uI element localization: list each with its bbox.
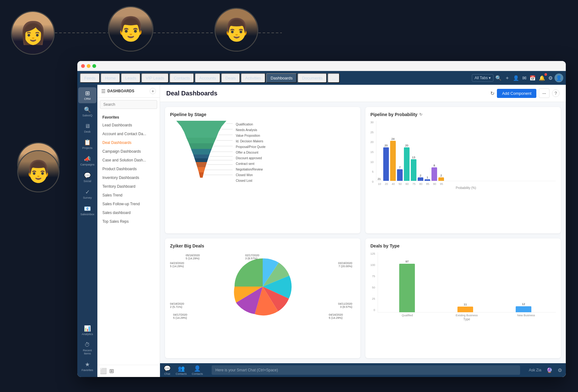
sidebar-item-salesinbox[interactable]: 📧 SalesInbox — [78, 203, 96, 219]
x-axis-label: Probability (%) — [376, 186, 556, 190]
sales-trend-item[interactable]: Sales Trend — [97, 191, 160, 200]
bar-85 — [425, 179, 430, 181]
lead-dashboards-item[interactable]: Lead Dashboards — [97, 121, 160, 130]
funnel-labels: Qualification Needs Analysis Value Propo… — [236, 121, 266, 183]
mail-icon-btn[interactable]: ✉ — [521, 74, 528, 82]
chat-icon: 💬 — [164, 365, 171, 372]
nav-item-accounts[interactable]: Accounts — [195, 73, 220, 83]
grid-view-icon[interactable]: ⊞ — [109, 368, 114, 374]
bar-90 — [431, 167, 437, 181]
sidebar-item-social[interactable]: 💬 Social — [78, 170, 96, 186]
sidebar-item-crm[interactable]: ⊞ CRM — [78, 87, 96, 103]
user-icon-btn[interactable]: 👤 — [512, 74, 520, 82]
bar-50 — [397, 169, 403, 181]
bg-avatar-5: 👨 — [17, 150, 59, 192]
nav-item-home[interactable]: Home — [101, 73, 120, 83]
sidebar-item-recent[interactable]: ⏱ Recent Items — [78, 339, 96, 358]
prob-refresh-icon[interactable]: ↻ — [419, 112, 422, 117]
app-window: Feeds Home Leads VIP Leads Contacts Acco… — [77, 61, 566, 377]
calendar-icon-btn[interactable]: 📅 — [528, 74, 537, 82]
traffic-light-yellow[interactable] — [87, 64, 90, 68]
traffic-light-green[interactable] — [92, 64, 96, 68]
funnel-label-8: Negotiation/Review — [236, 166, 266, 172]
campaigns-icon: 📣 — [84, 155, 91, 162]
settings-icon-btn[interactable]: ⚙ — [547, 74, 554, 82]
add-component-button[interactable]: Add Component — [497, 89, 536, 98]
sidebar-item-salesiq[interactable]: 🔍 SalesIQ — [78, 104, 96, 120]
dashboard-header: Deal Dashboards ↻ Add Component ··· ? — [160, 85, 566, 102]
analytics-label: Analytics — [82, 333, 93, 336]
funnel-label-10: Closed Lost — [236, 178, 266, 183]
all-tabs-button[interactable]: All Tabs ▾ — [472, 74, 493, 82]
nav-item-vip-leads[interactable]: VIP Leads — [141, 73, 169, 83]
funnel-label-5: Offer a Discount — [236, 150, 266, 155]
smart-chat-bar[interactable]: Here is your Smart Chat (Ctrl+Space) — [212, 365, 520, 375]
territory-dashboard-item[interactable]: Territory Dashboard — [97, 182, 160, 191]
zia-icon: 🔮 — [546, 367, 553, 373]
crm-icon: ⊞ — [85, 90, 90, 97]
sidebar-item-projects[interactable]: 📋 Projects — [78, 136, 96, 152]
survey-label: Survey — [83, 196, 92, 200]
nav-item-more[interactable]: ... — [328, 73, 340, 83]
sidebar-item-favorites[interactable]: ★ Favorites — [78, 359, 96, 374]
case-solution-item[interactable]: Case and Solution Dash... — [97, 156, 160, 165]
nav-item-activities[interactable]: Activities — [241, 73, 266, 83]
favorites-label: Favorites — [81, 369, 93, 372]
add-icon-btn[interactable]: ＋ — [503, 74, 511, 83]
nav-item-feeds[interactable]: Feeds — [80, 73, 100, 83]
favorites-icon: ★ — [85, 361, 90, 368]
more-options-button[interactable]: ··· — [539, 89, 550, 98]
help-button[interactable]: ? — [552, 89, 560, 97]
left-panel-header: ☰ DASHBOARDS + — [97, 85, 160, 98]
bg-avatar-2: 👨 — [108, 6, 153, 52]
funnel-label-1: Needs Analysis — [236, 127, 266, 133]
contacts-button[interactable]: 👥 Contacts — [176, 365, 187, 375]
product-dashboards-item[interactable]: Product Dashboards — [97, 165, 160, 173]
sales-dashboard-item[interactable]: Sales dashboard — [97, 208, 160, 217]
title-bar — [77, 61, 566, 71]
nav-item-contacts[interactable]: Contacts — [169, 73, 194, 83]
inventory-dashboards-item[interactable]: Inventory Dashboards — [97, 173, 160, 182]
sidebar-item-survey[interactable]: ✓ Survey — [78, 186, 96, 202]
contacts2-button[interactable]: 👤 Contacts — [192, 365, 203, 375]
pie-label-4: 04/16/20205 (14.29%) — [329, 313, 343, 319]
deal-dashboards-item[interactable]: Deal Dashboards — [97, 138, 160, 147]
hamburger-icon[interactable]: ☰ — [101, 88, 106, 94]
add-dashboard-icon[interactable]: + — [150, 88, 156, 94]
avatar-btn[interactable]: 👤 — [555, 74, 563, 82]
nav-item-dashboards[interactable]: Dashboards — [266, 73, 297, 83]
traffic-light-red[interactable] — [81, 64, 85, 68]
nav-item-deals[interactable]: Deals — [221, 73, 240, 83]
projects-icon: 📋 — [84, 139, 91, 146]
sidebar-item-campaigns[interactable]: 📣 Campaigns — [78, 153, 96, 169]
nav-item-documents[interactable]: Documents — [297, 73, 327, 83]
funnel-label-4: Proposal/Price Quote — [236, 144, 266, 150]
svg-marker-13 — [199, 172, 204, 178]
bar-60 — [404, 147, 410, 181]
ask-zia-label[interactable]: Ask Zia — [529, 368, 541, 372]
pie-label-8: 05/16/20205 (14.29%) — [186, 254, 200, 260]
search-input[interactable] — [100, 100, 157, 109]
nav-item-leads[interactable]: Leads — [121, 73, 141, 83]
pie-label-1: 02/17/20203 (8.57%) — [245, 254, 259, 260]
list-view-icon[interactable]: ⬜ — [100, 368, 107, 374]
search-icon-btn[interactable]: 🔍 — [494, 74, 503, 82]
sidebar: ⊞ CRM 🔍 SalesIQ 🖥 Desk 📋 Projects 📣 Camp… — [77, 85, 97, 377]
crm-label: CRM — [84, 97, 91, 101]
refresh-button[interactable]: ↻ — [490, 90, 494, 96]
chat-button[interactable]: 💬 Chat — [164, 365, 171, 375]
funnel-svg — [170, 121, 233, 193]
notifications-btn[interactable]: 🔔 — [538, 74, 546, 82]
dashboards-label: DASHBOARDS — [107, 89, 134, 93]
top-sales-reps-item[interactable]: Top Sales Reps — [97, 217, 160, 226]
sales-followup-item[interactable]: Sales Follow-up Trend — [97, 200, 160, 208]
sidebar-item-desk[interactable]: 🖥 Desk — [78, 120, 96, 136]
campaign-dashboards-item[interactable]: Campaign Dashboards — [97, 147, 160, 156]
funnel-label-3: Id. Decision Makers — [236, 138, 266, 144]
account-contact-item[interactable]: Account and Contact Da... — [97, 130, 160, 138]
pie-chart-container: 02/17/20203 (8.57%) 03/19/20207 (20.00%)… — [170, 252, 355, 321]
bottom-settings-icon[interactable]: ⚙ — [558, 367, 562, 373]
salesinbox-label: SalesInbox — [80, 213, 95, 216]
sidebar-item-analytics[interactable]: 📊 Analytics — [78, 323, 96, 339]
pie-label-6: 04/18/20202 (5.71%) — [170, 302, 184, 308]
